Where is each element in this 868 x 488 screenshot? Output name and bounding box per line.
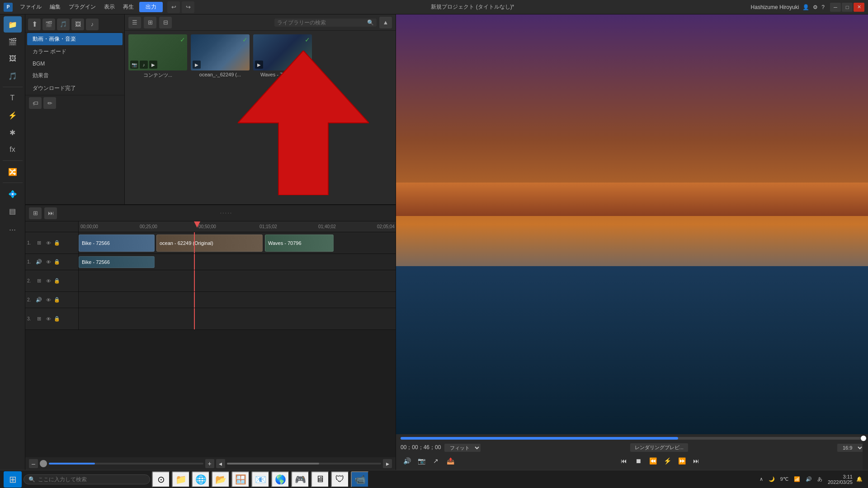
sidebar-image[interactable]: 🖼: [4, 51, 22, 67]
track-lock-1v[interactable]: 🔒: [54, 240, 60, 246]
preview-rewind-button[interactable]: ⏮: [618, 455, 630, 467]
edit-icon[interactable]: ✏: [43, 97, 56, 109]
track-eye-3v[interactable]: 👁: [44, 315, 52, 323]
view-grid-large-button[interactable]: ⊟: [159, 17, 172, 28]
preview-progress-bar[interactable]: [401, 437, 863, 440]
preview-fit-select[interactable]: フィット: [444, 444, 481, 452]
taskbar-shield[interactable]: 🛡: [331, 471, 349, 488]
preview-split-clip-button[interactable]: ⚡: [661, 455, 674, 467]
redo-button[interactable]: ↪: [182, 1, 194, 13]
taskbar-monitor[interactable]: 🖥: [311, 471, 329, 488]
preview-prev-frame-button[interactable]: ⏪: [646, 455, 659, 467]
tray-notification[interactable]: 🔔: [854, 475, 864, 483]
track-type-icon-3v[interactable]: ⊞: [35, 315, 43, 323]
menu-plugin[interactable]: プラグイン: [65, 2, 99, 12]
sidebar-chroma[interactable]: 💠: [4, 186, 22, 202]
track-lock-2v[interactable]: 🔒: [54, 278, 60, 284]
import-music-button[interactable]: ♪: [86, 19, 99, 30]
undo-button[interactable]: ↩: [167, 1, 180, 13]
clip-ocean-video[interactable]: ocean - 62249 (Original): [156, 235, 263, 252]
sidebar-title[interactable]: T: [4, 90, 22, 106]
sidebar-more[interactable]: …: [4, 220, 22, 236]
scroll-left-button[interactable]: ◂: [216, 459, 225, 468]
nav-downloaded[interactable]: ダウンロード完了: [27, 82, 123, 94]
clip-waves-video[interactable]: Waves - 70796: [265, 235, 334, 252]
taskbar-search-input[interactable]: [38, 476, 145, 483]
preview-aspect-select[interactable]: 16:9: [837, 444, 863, 452]
preview-export-button[interactable]: ↗: [429, 455, 442, 467]
tray-volume[interactable]: 🔊: [804, 475, 814, 483]
tray-chevron[interactable]: ∧: [758, 475, 765, 483]
taskbar-mail[interactable]: 📧: [251, 471, 269, 488]
sidebar-video[interactable]: 🎬: [4, 33, 22, 50]
taskbar-folders[interactable]: 📂: [212, 471, 230, 488]
import-video-button[interactable]: 🎬: [42, 19, 55, 30]
track-eye-2a[interactable]: 👁: [44, 296, 52, 304]
taskbar-file-explorer[interactable]: 📁: [172, 471, 190, 488]
help-icon[interactable]: ?: [821, 4, 825, 10]
track-eye-1a[interactable]: 👁: [44, 258, 52, 266]
preview-stop-button[interactable]: ⏹: [632, 455, 645, 467]
track-type-icon-1a[interactable]: 🔊: [35, 258, 43, 266]
add-track-button[interactable]: +: [205, 459, 214, 468]
taskbar-game[interactable]: 🎮: [291, 471, 309, 488]
media-item-bike[interactable]: 📷 ♪ ▶ ✓ コンテンツ...: [128, 34, 187, 80]
close-button[interactable]: ✕: [854, 3, 864, 12]
tray-network[interactable]: 📶: [792, 475, 802, 483]
horizontal-scrollbar[interactable]: [227, 463, 382, 465]
preview-volume-button[interactable]: 🔊: [401, 455, 413, 467]
taskbar-edius-active[interactable]: 📹: [351, 471, 369, 488]
nav-bgm[interactable]: BGM: [27, 58, 123, 69]
preview-split-button[interactable]: 📤: [444, 455, 457, 467]
settings-icon[interactable]: ⚙: [813, 4, 818, 10]
view-grid-small-button[interactable]: ⊞: [144, 17, 156, 28]
menu-playback[interactable]: 再生: [119, 2, 137, 12]
zoom-dot[interactable]: [40, 460, 47, 467]
media-item-ocean[interactable]: ▶ ✓ ocean_-_62249 (...: [191, 34, 250, 80]
taskbar-task-view[interactable]: ⊙: [152, 471, 170, 488]
media-item-waves[interactable]: ▶ ✓ Waves - 70796.mp4: [253, 34, 312, 80]
taskbar-clock[interactable]: 3:11 2022/03/25: [828, 474, 853, 485]
scroll-right-button[interactable]: ▸: [383, 459, 392, 468]
nav-sound-effects[interactable]: 効果音: [27, 70, 123, 82]
sidebar-media[interactable]: 📁: [4, 16, 22, 33]
tag-icon[interactable]: 🏷: [29, 97, 42, 109]
clip-bike-audio[interactable]: Bike - 72566: [79, 256, 155, 268]
menu-view[interactable]: 表示: [100, 2, 118, 12]
clip-bike-video[interactable]: Bike - 72566: [79, 235, 155, 252]
preview-fast-forward-button[interactable]: ⏭: [690, 455, 703, 467]
taskbar-edge[interactable]: 🌐: [192, 471, 210, 488]
view-list-button[interactable]: ☰: [128, 17, 141, 28]
taskbar-chrome[interactable]: 🌎: [271, 471, 289, 488]
track-type-icon-2a[interactable]: 🔊: [35, 296, 43, 304]
import-image-button[interactable]: 🖼: [71, 19, 84, 30]
timeline-grid-button[interactable]: ⊞: [29, 207, 42, 219]
track-type-icon-2v[interactable]: ⊞: [35, 277, 43, 285]
tray-ime[interactable]: あ: [816, 475, 824, 483]
track-lock-2a[interactable]: 🔒: [54, 297, 60, 303]
menu-file[interactable]: ファイル: [16, 2, 45, 12]
track-lock-1a[interactable]: 🔒: [54, 259, 60, 265]
preview-render-button[interactable]: レンダリングプレビ...: [630, 443, 688, 452]
menu-edit[interactable]: 編集: [46, 2, 64, 12]
output-button[interactable]: 出力: [139, 2, 163, 12]
start-button[interactable]: ⊞: [4, 471, 22, 488]
nav-video-image-audio[interactable]: 動画・画像・音楽: [27, 33, 123, 45]
sidebar-transition[interactable]: fx: [4, 141, 22, 158]
import-button[interactable]: ⬆: [28, 19, 41, 30]
timeline-skip-button[interactable]: ⏭: [44, 207, 57, 219]
sidebar-mix[interactable]: 🔀: [4, 164, 22, 180]
scroll-up-button[interactable]: ▲: [379, 17, 392, 28]
track-lock-3v[interactable]: 🔒: [54, 316, 60, 322]
preview-screenshot-button[interactable]: 📷: [415, 455, 428, 467]
track-eye-2v[interactable]: 👁: [44, 277, 52, 285]
sidebar-effects[interactable]: ⚡: [4, 107, 22, 123]
sidebar-composite[interactable]: ▤: [4, 203, 22, 219]
preview-next-frame-button[interactable]: ⏩: [675, 455, 688, 467]
taskbar-store[interactable]: 🪟: [231, 471, 250, 488]
sidebar-audio[interactable]: 🎵: [4, 68, 22, 84]
search-input[interactable]: [277, 19, 366, 26]
track-type-icon-1v[interactable]: ⊞: [35, 239, 43, 247]
nav-color-board[interactable]: カラー ボード: [27, 46, 123, 58]
zoom-slider[interactable]: [49, 463, 203, 465]
